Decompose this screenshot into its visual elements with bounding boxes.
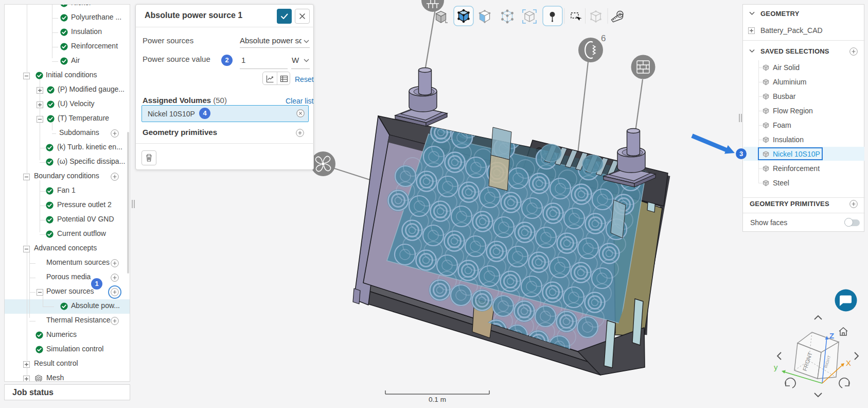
svg-text:0.1 m: 0.1 m — [429, 396, 446, 403]
svg-text:Z: Z — [829, 331, 834, 340]
svg-text:y: y — [774, 363, 778, 371]
svg-text:6: 6 — [601, 33, 606, 43]
svg-text:X: X — [846, 359, 851, 367]
